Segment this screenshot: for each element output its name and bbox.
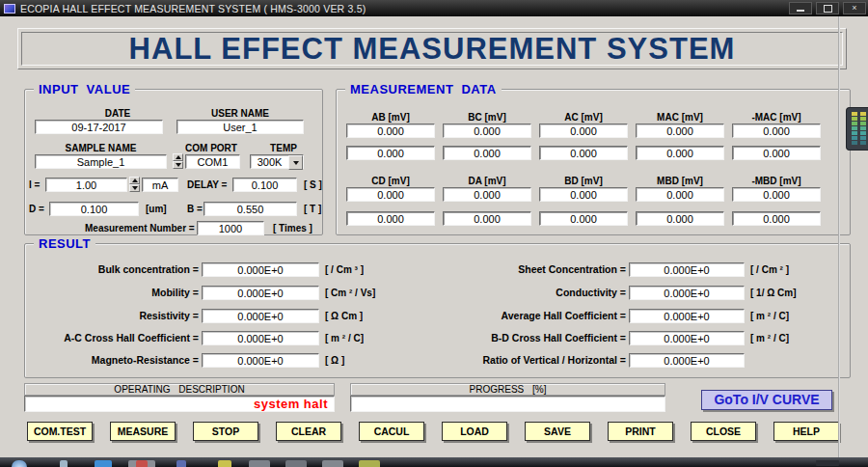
- result-value-field: 0.000E+0: [629, 262, 745, 277]
- measurement-value-row: 0.000 0.000 0.000 0.000 0.000: [346, 146, 821, 160]
- help-button[interactable]: HELP: [773, 422, 839, 441]
- input-value-legend: INPUT VALUE: [34, 82, 135, 96]
- taskbar-icon[interactable]: [136, 460, 148, 467]
- taskbar-icon[interactable]: [322, 460, 343, 467]
- current-spin-down[interactable]: [129, 184, 140, 192]
- close-button[interactable]: ×: [843, 2, 866, 14]
- taskbar-icon[interactable]: [249, 460, 270, 467]
- result-row: Mobility = 0.000E+0 [ Cm ² / Vs]: [25, 285, 375, 300]
- input-value-group: INPUT VALUE DATE 09-17-2017 USER NAME Us…: [24, 89, 323, 235]
- column-header: CD [mV]: [346, 176, 435, 186]
- measurement-number-field[interactable]: 1000: [197, 221, 264, 235]
- user-name-label: USER NAME: [176, 108, 304, 119]
- delay-field[interactable]: 0.100: [232, 178, 297, 192]
- measurement-value-field: 0.000: [346, 211, 435, 226]
- sample-name-field[interactable]: Sample_1: [35, 154, 167, 169]
- measurement-value-field: 0.000: [539, 124, 628, 138]
- delay-label: DELAY =: [187, 179, 227, 190]
- print-button[interactable]: PRINT: [608, 422, 673, 441]
- current-unit-field: mA: [142, 178, 178, 192]
- thickness-unit-label: [um]: [146, 204, 167, 214]
- taskbar-icon[interactable]: [218, 460, 231, 467]
- title-bar: ECOPIA HALL EFFECT MEASUREMENT SYSTEM ( …: [0, 0, 868, 16]
- magnetic-field-field[interactable]: 0.550: [203, 202, 297, 216]
- magnetic-field-unit-label: [ T ]: [304, 204, 321, 214]
- com-port-spin-down[interactable]: [173, 161, 183, 169]
- measurement-value-field: 0.000: [539, 187, 628, 202]
- cacul-button[interactable]: CACUL: [359, 422, 424, 441]
- taskbar[interactable]: [0, 457, 868, 467]
- load-button[interactable]: LOAD: [442, 422, 507, 441]
- window-right-border: [838, 16, 840, 457]
- close-icon: ×: [852, 4, 856, 13]
- result-units: [ m ² / C]: [750, 311, 789, 321]
- measurement-header-row-1: AB [mV] BC [mV] AC [mV] MAC [mV] -MAC [m…: [346, 112, 821, 123]
- result-row: A-C Cross Hall Coefficient = 0.000E+0 [ …: [25, 330, 364, 345]
- action-button-row: COM.TEST MEASURE STOP CLEAR CACUL LOAD S…: [0, 422, 868, 443]
- taskbar-icon[interactable]: [359, 460, 380, 467]
- temp-value: 300K: [251, 155, 288, 168]
- current-spinner[interactable]: [129, 177, 140, 192]
- result-label: Ratio of Vertical / Horizontal =: [438, 354, 626, 366]
- date-field[interactable]: 09-17-2017: [35, 120, 163, 134]
- close-app-button[interactable]: CLOSE: [691, 422, 756, 441]
- measurement-value-field: 0.000: [539, 211, 628, 226]
- measurement-value-field: 0.000: [732, 211, 821, 226]
- stop-button[interactable]: STOP: [193, 422, 258, 441]
- measure-button[interactable]: MEASURE: [110, 422, 176, 441]
- result-label: B-D Cross Hall Coefficient =: [438, 332, 626, 343]
- progress-header: PROGRESS [%]: [350, 383, 665, 396]
- clear-button[interactable]: CLEAR: [276, 422, 341, 441]
- measurement-value-field: 0.000: [636, 124, 724, 138]
- result-row: Ratio of Vertical / Horizontal = 0.000E+…: [438, 352, 750, 368]
- meter-bar-icon: [860, 112, 866, 145]
- start-button-icon[interactable]: [12, 460, 27, 467]
- arrow-up-icon: [176, 155, 181, 159]
- result-value-field: 0.000E+0: [629, 309, 745, 323]
- minimize-icon: [797, 10, 804, 12]
- taskbar-icon[interactable]: [285, 460, 307, 467]
- com-port-field[interactable]: COM1: [185, 154, 240, 169]
- result-label: Bulk concentration =: [25, 263, 199, 275]
- result-row: Resistivity = 0.000E+0 [ Ω Cm ]: [25, 308, 363, 323]
- com-test-button[interactable]: COM.TEST: [27, 422, 93, 441]
- thickness-field[interactable]: 0.100: [49, 202, 139, 216]
- operating-description-header: OPERATING DESCRIPTION: [24, 383, 335, 396]
- result-value-field: 0.000E+0: [202, 262, 319, 277]
- taskbar-icon[interactable]: [95, 460, 112, 467]
- result-units: [ m ² / C]: [325, 333, 364, 343]
- main-title-inner-frame: HALL EFFECT MEASUREMENT SYSTEM: [21, 32, 843, 66]
- result-row: Average Hall Coefficient = 0.000E+0 [ m …: [438, 308, 789, 323]
- current-label: I =: [29, 179, 40, 190]
- main-title-panel: HALL EFFECT MEASUREMENT SYSTEM: [17, 28, 847, 69]
- result-label: A-C Cross Hall Coefficient =: [25, 332, 199, 343]
- measurement-number-unit-label: [ Times ]: [273, 223, 312, 234]
- taskbar-icon[interactable]: [176, 460, 186, 467]
- user-name-field[interactable]: User_1: [176, 120, 304, 134]
- temp-dropdown[interactable]: 300K: [250, 154, 304, 169]
- page-title: HALL EFFECT MEASUREMENT SYSTEM: [129, 32, 736, 67]
- minimize-button[interactable]: [789, 2, 812, 14]
- goto-iv-curve-button[interactable]: GoTo I/V CURVE: [701, 390, 832, 410]
- current-spin-up[interactable]: [129, 177, 140, 184]
- current-field[interactable]: 1.00: [45, 178, 127, 192]
- com-port-spin-up[interactable]: [173, 153, 183, 161]
- com-port-spinner[interactable]: [173, 153, 183, 169]
- taskbar-icon[interactable]: [60, 460, 68, 467]
- column-header: MAC [mV]: [636, 112, 724, 123]
- meter-bar-icon: [852, 112, 857, 145]
- result-label: Sheet Concentration =: [438, 263, 626, 275]
- maximize-button[interactable]: [816, 2, 839, 14]
- measurement-value-field: 0.000: [443, 146, 531, 160]
- result-label: Resistivity =: [25, 310, 199, 321]
- measurement-data-group: MEASUREMENT DATA AB [mV] BC [mV] AC [mV]…: [336, 89, 851, 235]
- desktop-meter-gadget[interactable]: [846, 107, 868, 151]
- save-button[interactable]: SAVE: [525, 422, 590, 441]
- result-row: B-D Cross Hall Coefficient = 0.000E+0 [ …: [438, 330, 789, 345]
- result-row: Sheet Concentration = 0.000E+0 [ / Cm ² …: [438, 261, 789, 277]
- arrow-down-icon: [132, 186, 138, 190]
- app-icon: [4, 4, 15, 14]
- temp-dropdown-button[interactable]: [288, 155, 303, 170]
- thickness-label: D =: [29, 204, 44, 214]
- measurement-value-field: 0.000: [636, 146, 724, 160]
